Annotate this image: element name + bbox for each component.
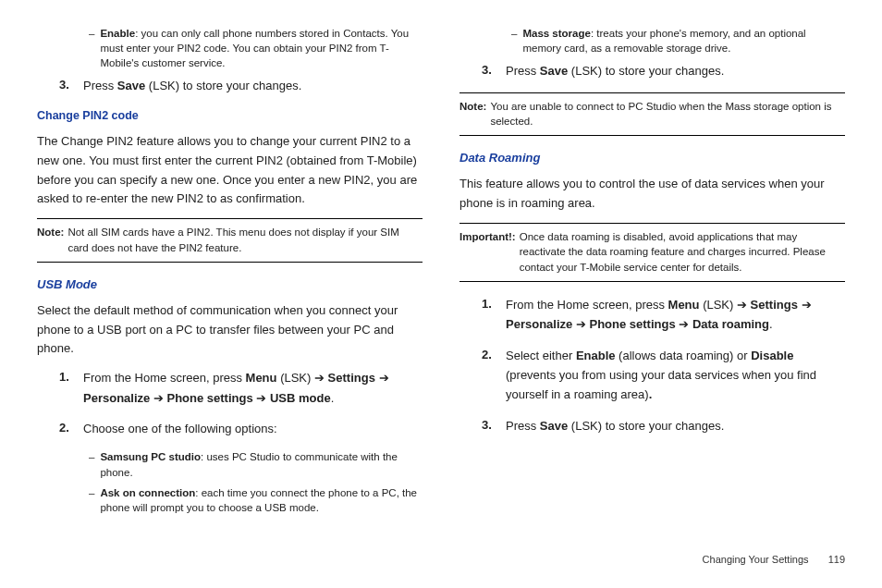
step-number: 3. (482, 61, 506, 80)
arrow-icon: ➔ (737, 298, 747, 312)
two-column-layout: – Enable: you can only call phone number… (37, 26, 845, 521)
roam-step-3: 3. Press Save (LSK) to store your change… (482, 416, 845, 435)
step-number: 2. (482, 346, 506, 405)
bullet-ask-connection: – Ask on connection: each time you conne… (89, 485, 423, 515)
right-column: – Mass storage: treats your phone's memo… (459, 26, 845, 521)
step-text: Press Save (LSK) to store your changes. (83, 76, 423, 95)
right-step-3-save: 3. Press Save (LSK) to store your change… (482, 61, 845, 80)
bullet-text: Samsung PC studio: uses PC Studio to com… (100, 449, 423, 479)
footer-section: Changing Your Settings (703, 554, 809, 565)
t: Enable (576, 349, 616, 362)
roaming-para: This feature allows you to control the u… (459, 175, 845, 214)
t: Phone settings (586, 317, 679, 331)
t: (prevents you from using your data servi… (506, 368, 816, 401)
note-label: Note: (459, 99, 486, 129)
arrow-icon: ➔ (679, 317, 689, 331)
note-pin2: Note: Not all SIM cards have a PIN2. Thi… (37, 218, 423, 262)
t: Save (540, 64, 568, 78)
step-text: Select either Enable (allows data roamin… (506, 346, 845, 405)
usb-step-2: 2. Choose one of the following options: (59, 419, 423, 438)
t: Settings (325, 371, 379, 385)
t: (LSK) (700, 298, 737, 312)
t: From the Home screen, press (506, 298, 668, 312)
left-column: – Enable: you can only call phone number… (37, 26, 423, 521)
t: Personalize (83, 391, 153, 405)
t: Personalize (506, 317, 576, 331)
t: Menu (668, 298, 700, 312)
t: Press (506, 419, 540, 433)
roam-step-1: 1. From the Home screen, press Menu (LSK… (482, 295, 845, 335)
t: From the Home screen, press (83, 371, 246, 385)
step-text: Press Save (LSK) to store your changes. (506, 61, 845, 80)
t: Press (506, 64, 540, 78)
bullet-mass-storage: – Mass storage: treats your phone's memo… (511, 26, 845, 55)
t: Data roaming (689, 317, 769, 331)
t: (LSK) to store your changes. (568, 419, 724, 433)
step-text: From the Home screen, press Menu (LSK) ➔… (83, 368, 423, 408)
heading-data-roaming: Data Roaming (459, 149, 845, 167)
t-bold: Save (117, 79, 145, 92)
step-number: 3. (59, 76, 83, 95)
step-text: Choose one of the following options: (83, 419, 423, 438)
note-text: You are unable to connect to PC Studio w… (490, 99, 845, 129)
step-number: 1. (59, 368, 83, 408)
arrow-icon: ➔ (314, 371, 325, 385)
t: Save (540, 419, 568, 433)
bullet-rest: : you can only call phone numbers stored… (100, 28, 409, 68)
step-number: 3. (482, 416, 506, 435)
t-pre: Press (83, 79, 117, 92)
arrow-icon: ➔ (802, 298, 812, 312)
page-footer: Changing Your Settings 119 (703, 552, 845, 568)
t: Menu (246, 371, 277, 385)
step-text: Press Save (LSK) to store your changes. (506, 416, 845, 435)
t: Select either (506, 349, 576, 362)
t: (LSK) to store your changes. (568, 64, 724, 78)
dash-icon: – (511, 26, 517, 55)
b: Ask on connection (100, 487, 195, 498)
b: Samsung PC studio (100, 451, 201, 462)
arrow-icon: ➔ (379, 371, 389, 385)
bullet-text: Enable: you can only call phone numbers … (100, 26, 423, 70)
change-pin2-para: The Change PIN2 feature allows you to ch… (37, 132, 423, 209)
t: Phone settings (164, 391, 256, 405)
note-pc-studio: Note: You are unable to connect to PC St… (459, 92, 845, 136)
arrow-icon: ➔ (153, 391, 164, 405)
step-number: 2. (59, 419, 83, 438)
important-text: Once data roaming is disabled, avoid app… (520, 229, 845, 276)
t: Disable (751, 349, 793, 362)
step-text: From the Home screen, press Menu (LSK) ➔… (506, 295, 845, 335)
step-3-save: 3. Press Save (LSK) to store your change… (59, 76, 423, 95)
note-text: Not all SIM cards have a PIN2. This menu… (67, 225, 423, 255)
bullet-pc-studio: – Samsung PC studio: uses PC Studio to c… (89, 449, 423, 479)
bullet-enable: – Enable: you can only call phone number… (89, 26, 423, 70)
roam-step-2: 2. Select either Enable (allows data roa… (482, 346, 845, 405)
t: . (769, 317, 773, 331)
heading-change-pin2: Change PIN2 code (37, 107, 423, 125)
arrow-icon: ➔ (256, 391, 266, 405)
t: Settings (747, 298, 802, 312)
dash-icon: – (89, 26, 94, 70)
t: USB mode (266, 391, 330, 405)
important-label: Important!: (459, 229, 516, 276)
t: (LSK) (277, 371, 314, 385)
dash-icon: – (89, 449, 94, 479)
t: . (649, 387, 653, 401)
t: . (331, 391, 335, 405)
footer-page-number: 119 (828, 554, 845, 565)
bullet-text: Mass storage: treats your phone's memory… (522, 26, 845, 55)
bullet-bold: Enable (100, 28, 135, 39)
dash-icon: – (89, 485, 94, 515)
b: Mass storage (522, 28, 591, 39)
usb-para: Select the default method of communicati… (37, 301, 423, 359)
bullet-text: Ask on connection: each time you connect… (100, 485, 423, 515)
t: (allows data roaming) or (616, 349, 752, 362)
arrow-icon: ➔ (576, 317, 586, 331)
important-roaming: Important!: Once data roaming is disable… (459, 223, 845, 282)
heading-usb-mode: USB Mode (37, 276, 423, 294)
t-post: (LSK) to store your changes. (145, 79, 301, 92)
note-label: Note: (37, 225, 64, 255)
usb-step-1: 1. From the Home screen, press Menu (LSK… (59, 368, 423, 408)
step-number: 1. (482, 295, 506, 335)
